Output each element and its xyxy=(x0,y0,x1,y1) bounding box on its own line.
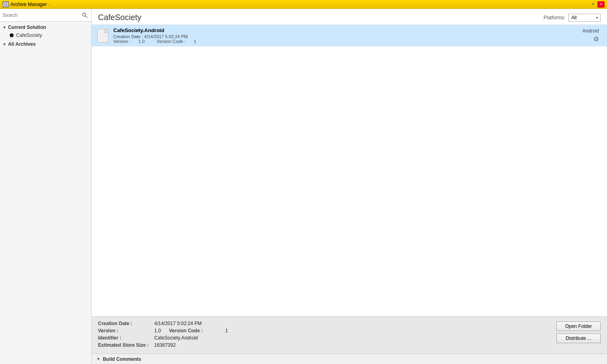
all-archives-header[interactable]: ▼ All Archives xyxy=(0,40,91,48)
archive-version-row: Version : 1.0 Version Code : 1 xyxy=(113,39,582,44)
detail-identifier-label: Identifier : xyxy=(98,335,154,341)
detail-store-size-row: Estimated Store Size : 16367392 xyxy=(98,342,556,348)
detail-creation-date-value: 4/14/2017 5:02:24 PM xyxy=(154,321,202,326)
dot-icon xyxy=(10,33,14,37)
title-bar: Archive Manager - × × xyxy=(0,0,607,9)
search-icon[interactable] xyxy=(81,11,89,19)
archive-creation-date: Creation Date : 4/14/2017 5:02:24 PM xyxy=(113,34,582,39)
search-box xyxy=(0,9,91,22)
detail-version-label: Version : xyxy=(98,328,154,333)
distribute-button[interactable]: Distribute ... xyxy=(556,333,601,343)
detail-store-size-label: Estimated Store Size : xyxy=(98,342,154,348)
archive-file-icon-wrapper xyxy=(96,28,109,43)
current-solution-label: Current Solution xyxy=(8,24,46,30)
detail-identifier-value: CafeSociety.Android xyxy=(154,335,198,341)
detail-creation-date-label: Creation Date : xyxy=(98,321,154,326)
detail-version-code-value: 1 xyxy=(225,328,228,333)
detail-creation-date-row: Creation Date : 4/14/2017 5:02:24 PM xyxy=(98,321,556,326)
platforms-select-wrapper: All Android iOS xyxy=(568,14,601,22)
archive-platform: Android ⚙ xyxy=(582,28,599,43)
svg-line-4 xyxy=(86,16,87,18)
sidebar-tree: ▼ Current Solution CafeSociety ▼ All Arc… xyxy=(0,22,91,364)
version-label: Version : xyxy=(113,39,131,44)
current-solution-arrow: ▼ xyxy=(2,25,6,30)
detail-version-row: Version : 1.0 Version Code : 1 xyxy=(98,328,556,333)
creation-date-label: Creation Date : xyxy=(113,34,144,39)
detail-version-value: 1.0 xyxy=(154,328,161,333)
svg-point-3 xyxy=(83,13,86,16)
platforms-row: Platforms: All Android iOS xyxy=(544,14,601,22)
cafesociety-label: CafeSociety xyxy=(16,33,42,38)
page-title: CafeSociety xyxy=(98,13,141,22)
platforms-label: Platforms: xyxy=(544,15,565,20)
sidebar: ▼ Current Solution CafeSociety ▼ All Arc… xyxy=(0,9,92,364)
detail-actions: Open Folder Distribute ... xyxy=(556,321,601,350)
creation-date-value: 4/14/2017 5:02:24 PM xyxy=(144,34,188,39)
version-value: 1.0 xyxy=(139,39,145,44)
title-bar-icon xyxy=(2,1,9,8)
archive-file-icon xyxy=(97,29,108,43)
svg-rect-2 xyxy=(4,4,6,5)
build-comments-label: Build Comments xyxy=(103,356,141,362)
table-row[interactable]: CafeSociety.Android Creation Date : 4/14… xyxy=(92,25,607,47)
platform-label: Android xyxy=(582,28,599,34)
version-code-value: 1 xyxy=(194,39,196,44)
all-archives-arrow: ▼ xyxy=(2,42,6,47)
title-bar-title: Archive Manager xyxy=(10,2,47,7)
archive-row-info: CafeSociety.Android Creation Date : 4/14… xyxy=(113,27,582,44)
current-solution-header[interactable]: ▼ Current Solution xyxy=(0,23,91,31)
sidebar-item-cafesociety[interactable]: CafeSociety xyxy=(0,31,91,39)
detail-version-code-label: Version Code : xyxy=(169,328,225,333)
platforms-select[interactable]: All Android iOS xyxy=(568,14,601,22)
build-comments: ▼ Build Comments xyxy=(92,354,607,364)
search-input[interactable] xyxy=(2,12,81,18)
detail-store-size-value: 16367392 xyxy=(154,342,176,348)
content-header: CafeSociety Platforms: All Android iOS xyxy=(92,9,607,25)
open-folder-button[interactable]: Open Folder xyxy=(556,321,601,331)
title-bar-close[interactable]: × xyxy=(597,1,605,8)
title-bar-pin[interactable]: × xyxy=(589,1,597,8)
svg-rect-1 xyxy=(4,4,7,4)
main-layout: ▼ Current Solution CafeSociety ▼ All Arc… xyxy=(0,9,607,364)
detail-panel: Creation Date : 4/14/2017 5:02:24 PM Ver… xyxy=(92,316,607,354)
archive-name: CafeSociety.Android xyxy=(113,27,582,33)
all-archives-label: All Archives xyxy=(8,41,36,47)
content-area: CafeSociety Platforms: All Android iOS xyxy=(92,9,607,364)
version-code-label: Version Code : xyxy=(157,39,186,44)
build-comments-arrow: ▼ xyxy=(96,357,100,361)
all-archives-section: ▼ All Archives xyxy=(0,40,91,48)
detail-identifier-row: Identifier : CafeSociety.Android xyxy=(98,335,556,341)
settings-icon: ⚙ xyxy=(593,35,599,43)
archive-list: CafeSociety.Android Creation Date : 4/14… xyxy=(92,25,607,316)
current-solution-section: ▼ Current Solution CafeSociety xyxy=(0,23,91,39)
